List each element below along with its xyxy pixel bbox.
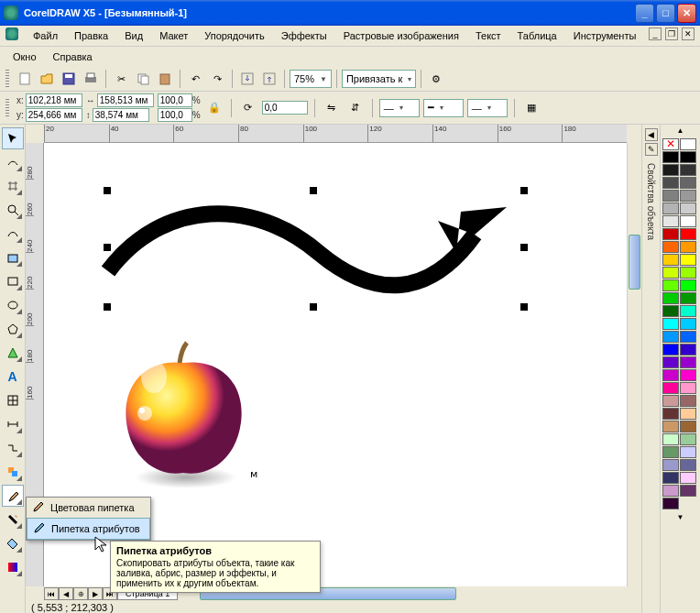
selection-handle[interactable] bbox=[104, 244, 111, 251]
menu-edit[interactable]: Правка bbox=[67, 27, 115, 44]
text-tool[interactable]: A bbox=[2, 366, 24, 388]
color-swatch[interactable] bbox=[662, 472, 679, 484]
color-swatch[interactable] bbox=[680, 369, 696, 381]
eyedropper-tool[interactable] bbox=[2, 485, 24, 507]
color-swatch[interactable] bbox=[680, 279, 696, 291]
color-swatch[interactable] bbox=[680, 228, 696, 240]
color-swatch[interactable] bbox=[662, 459, 679, 471]
menu-tools[interactable]: Инструменты bbox=[566, 27, 644, 44]
connector-tool[interactable] bbox=[2, 437, 24, 459]
selection-handle[interactable] bbox=[104, 303, 111, 311]
color-swatch[interactable] bbox=[680, 241, 696, 253]
color-swatch[interactable] bbox=[680, 446, 696, 458]
color-swatch[interactable] bbox=[680, 267, 696, 279]
color-swatch[interactable] bbox=[680, 344, 696, 356]
save-button[interactable] bbox=[59, 69, 79, 89]
line-style-select[interactable]: ━▾ bbox=[423, 99, 464, 117]
color-swatch[interactable] bbox=[662, 151, 679, 163]
start-arrow-select[interactable]: —▾ bbox=[379, 99, 420, 117]
sx-input[interactable] bbox=[158, 93, 192, 107]
outline-tool[interactable] bbox=[2, 509, 24, 531]
rectangle-tool[interactable] bbox=[2, 270, 24, 292]
color-swatch[interactable] bbox=[680, 215, 696, 227]
close-button[interactable]: ✕ bbox=[677, 4, 696, 23]
selection-handle[interactable] bbox=[520, 244, 528, 251]
color-swatch[interactable] bbox=[662, 344, 679, 356]
color-swatch[interactable] bbox=[662, 254, 679, 266]
docker-expand[interactable]: ◀ bbox=[645, 128, 658, 141]
menu-file[interactable]: Файл bbox=[26, 27, 65, 44]
color-swatch[interactable] bbox=[680, 382, 696, 394]
selection-handle[interactable] bbox=[520, 303, 528, 311]
color-swatch[interactable] bbox=[680, 408, 696, 420]
color-swatch[interactable] bbox=[662, 305, 679, 317]
crop-tool[interactable] bbox=[2, 175, 24, 197]
new-button[interactable] bbox=[15, 69, 35, 89]
menu-layout[interactable]: Макет bbox=[152, 27, 195, 44]
interactive-fill-tool[interactable] bbox=[2, 556, 24, 578]
color-swatch[interactable] bbox=[662, 318, 679, 330]
end-arrow-select[interactable]: —▾ bbox=[467, 99, 508, 117]
cut-button[interactable]: ✂ bbox=[111, 69, 131, 89]
color-swatch[interactable] bbox=[662, 446, 679, 458]
y-input[interactable] bbox=[26, 108, 82, 122]
basic-shapes-tool[interactable] bbox=[2, 342, 24, 364]
palette-scroll-up[interactable]: ▲ bbox=[661, 125, 700, 137]
table-tool[interactable] bbox=[2, 389, 24, 411]
vertical-scrollbar[interactable] bbox=[627, 143, 641, 586]
shape-tool[interactable] bbox=[2, 151, 24, 173]
menu-bitmaps[interactable]: Растровые изображения bbox=[336, 27, 466, 44]
zoom-tool[interactable] bbox=[2, 199, 24, 221]
copy-button[interactable] bbox=[133, 69, 153, 89]
rotation-input[interactable] bbox=[262, 101, 308, 115]
color-swatch[interactable] bbox=[680, 356, 696, 368]
prev-page-button[interactable]: ◀ bbox=[59, 587, 73, 600]
color-swatch[interactable] bbox=[680, 331, 696, 343]
selection-handle[interactable] bbox=[310, 303, 317, 311]
dimension-tool[interactable] bbox=[2, 413, 24, 435]
menu-window[interactable]: Окно bbox=[5, 49, 44, 65]
first-page-button[interactable]: ⏮ bbox=[44, 587, 59, 600]
color-swatch[interactable] bbox=[662, 292, 679, 304]
menu-help[interactable]: Справка bbox=[46, 49, 100, 65]
color-swatch[interactable] bbox=[680, 433, 696, 445]
w-input[interactable] bbox=[97, 93, 154, 107]
color-swatch[interactable] bbox=[662, 369, 679, 381]
open-button[interactable] bbox=[37, 69, 57, 89]
undo-button[interactable]: ↶ bbox=[185, 69, 205, 89]
color-swatch[interactable] bbox=[662, 279, 679, 291]
export-button[interactable] bbox=[259, 69, 279, 89]
color-swatch[interactable] bbox=[662, 382, 679, 394]
doc-restore[interactable]: ❐ bbox=[665, 27, 678, 40]
color-swatch[interactable] bbox=[662, 395, 679, 407]
minimize-button[interactable]: _ bbox=[635, 4, 654, 23]
color-swatch[interactable] bbox=[680, 203, 696, 214]
color-swatch[interactable] bbox=[662, 215, 679, 227]
doc-close[interactable]: ✕ bbox=[682, 27, 695, 40]
x-input[interactable] bbox=[26, 93, 82, 107]
pick-tool[interactable] bbox=[2, 127, 24, 149]
color-swatch[interactable] bbox=[680, 190, 696, 202]
docker-eyedropper-icon[interactable]: ✎ bbox=[645, 143, 658, 156]
mirror-h-button[interactable]: ⇋ bbox=[322, 98, 342, 118]
color-swatch[interactable] bbox=[662, 190, 679, 202]
color-swatch[interactable] bbox=[680, 421, 696, 432]
color-swatch[interactable] bbox=[680, 177, 696, 189]
print-button[interactable] bbox=[81, 69, 101, 89]
docker-panel[interactable]: ◀ ✎ Свойства объекта bbox=[641, 125, 660, 613]
color-swatch[interactable] bbox=[680, 318, 696, 330]
options-button[interactable]: ⚙ bbox=[426, 69, 446, 89]
add-page-button[interactable]: ⊕ bbox=[73, 587, 88, 600]
color-swatch[interactable] bbox=[680, 151, 696, 163]
menu-text[interactable]: Текст bbox=[468, 27, 509, 44]
color-swatch[interactable] bbox=[662, 164, 679, 176]
color-swatch[interactable] bbox=[680, 305, 696, 317]
color-swatch[interactable] bbox=[680, 459, 696, 471]
maximize-button[interactable]: □ bbox=[656, 4, 675, 23]
no-fill-swatch[interactable] bbox=[662, 138, 679, 150]
palette-scroll-down[interactable]: ▼ bbox=[661, 511, 700, 523]
menu-effects[interactable]: Эффекты bbox=[274, 27, 334, 44]
sy-input[interactable] bbox=[158, 108, 192, 122]
arrow-curve-shape[interactable] bbox=[90, 180, 548, 317]
color-swatch[interactable] bbox=[662, 433, 679, 445]
